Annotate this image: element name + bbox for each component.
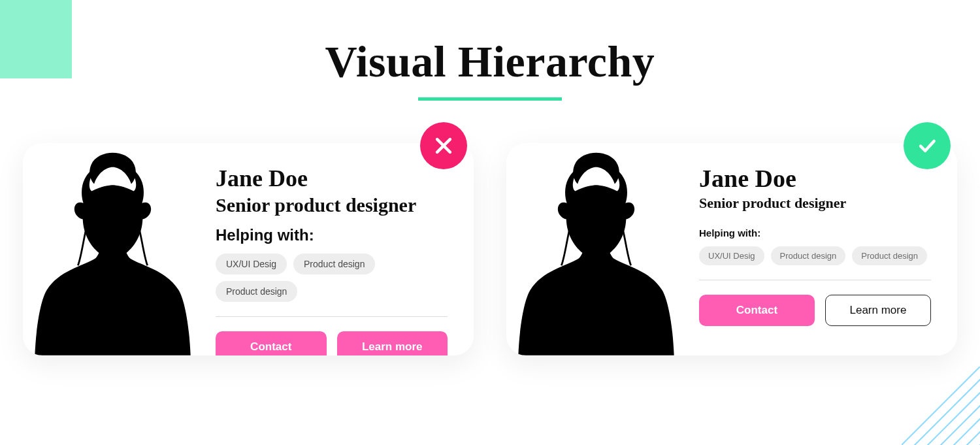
skill-tag: UX/UI Desig bbox=[216, 254, 287, 274]
check-icon bbox=[916, 135, 938, 157]
close-icon bbox=[433, 135, 455, 157]
svg-line-3 bbox=[908, 373, 980, 445]
divider bbox=[699, 280, 931, 280]
skill-tag: UX/UI Desig bbox=[699, 246, 764, 265]
divider bbox=[216, 316, 448, 317]
contact-button[interactable]: Contact bbox=[216, 331, 327, 355]
svg-line-5 bbox=[921, 386, 980, 445]
skill-tag: Product design bbox=[852, 246, 927, 265]
profile-role: Senior product designer bbox=[699, 195, 931, 212]
skill-tag: Product design bbox=[216, 281, 297, 302]
tag-list: UX/UI Desig Product design Product desig… bbox=[699, 246, 931, 265]
decorative-diagonal-lines bbox=[902, 367, 980, 445]
tag-list: UX/UI Desig Product design Product desig… bbox=[216, 254, 448, 302]
contact-button[interactable]: Contact bbox=[699, 295, 815, 326]
svg-line-0 bbox=[902, 367, 980, 445]
learn-more-button[interactable]: Learn more bbox=[825, 295, 931, 326]
profile-card-bad: Jane Doe Senior product designer Helping… bbox=[23, 143, 474, 355]
bad-example-badge bbox=[420, 122, 467, 169]
page-title: Visual Hierarchy bbox=[0, 36, 980, 88]
title-underline bbox=[418, 97, 562, 101]
profile-name: Jane Doe bbox=[216, 166, 448, 192]
avatar bbox=[506, 143, 686, 355]
profile-name: Jane Doe bbox=[699, 166, 931, 192]
learn-more-button[interactable]: Learn more bbox=[337, 331, 448, 355]
good-example-badge bbox=[904, 122, 951, 169]
avatar bbox=[23, 143, 203, 355]
skill-tag: Product design bbox=[771, 246, 846, 265]
profile-card-good: Jane Doe Senior product designer Helping… bbox=[506, 143, 957, 355]
skill-tag: Product design bbox=[293, 254, 375, 274]
helping-label: Helping with: bbox=[216, 226, 448, 244]
helping-label: Helping with: bbox=[699, 227, 931, 239]
profile-role: Senior product designer bbox=[216, 193, 448, 217]
